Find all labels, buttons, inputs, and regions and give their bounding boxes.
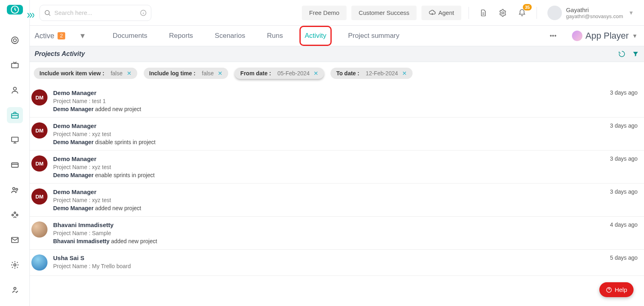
nav-mail-icon[interactable] <box>7 232 23 248</box>
svg-point-19 <box>502 12 504 14</box>
nav-users-icon[interactable] <box>7 182 23 198</box>
row-time: 5 days ago <box>610 254 638 271</box>
notifications-button[interactable]: 35 <box>515 6 529 20</box>
svg-point-12 <box>16 214 18 216</box>
row-time: 3 days ago <box>610 155 638 178</box>
document-icon[interactable] <box>476 6 491 20</box>
row-project: Project Name : test 1 <box>53 98 605 104</box>
nav-target-icon[interactable] <box>7 32 23 48</box>
row-project: Project Name : xyz test <box>53 131 605 137</box>
tab-documents[interactable]: Documents <box>111 29 149 42</box>
settings-icon[interactable] <box>495 6 510 20</box>
tab-runs[interactable]: Runs <box>265 29 285 42</box>
filter-icon[interactable] <box>632 50 639 58</box>
section-bar: Projects Activity <box>30 46 644 62</box>
filter-chip[interactable]: Include log time : false✕ <box>144 68 229 79</box>
chevron-down-icon: ▼ <box>632 33 638 39</box>
filter-chip[interactable]: Include work item view : false✕ <box>34 68 137 79</box>
help-icon <box>606 287 612 293</box>
svg-rect-6 <box>11 137 18 142</box>
tabs: Documents Reports Scenarios Runs Activit… <box>111 29 401 42</box>
svg-rect-5 <box>11 114 18 118</box>
status-filter-dropdown[interactable]: Active 2 ▼ <box>34 32 86 40</box>
svg-point-17 <box>45 10 50 15</box>
svg-point-10 <box>14 212 15 213</box>
svg-rect-7 <box>11 163 18 167</box>
refresh-icon[interactable] <box>618 50 625 58</box>
expand-sidebar-icon[interactable] <box>26 11 35 19</box>
agent-label: Agent <box>438 9 454 16</box>
topbar: Free Demo Customer Success Agent 35 Gaya… <box>30 0 644 26</box>
search-box[interactable] <box>39 5 151 21</box>
sidebar <box>0 0 30 306</box>
tab-project-summary[interactable]: Project summary <box>347 29 401 42</box>
tab-reports[interactable]: Reports <box>167 29 195 42</box>
row-project: Project Name : xyz test <box>53 164 605 170</box>
more-icon[interactable]: ••• <box>548 31 558 41</box>
row-time: 4 days ago <box>610 221 638 244</box>
activity-row[interactable]: DM Demo Manager Project Name : xyz test … <box>30 151 644 184</box>
row-avatar: DM <box>31 122 47 139</box>
activity-row[interactable]: DM Demo Manager Project Name : test 1 De… <box>30 85 644 118</box>
svg-point-15 <box>14 287 16 290</box>
status-filter-label: Active <box>35 32 54 40</box>
row-time: 3 days ago <box>610 122 638 145</box>
nav-tv-icon[interactable] <box>7 57 23 73</box>
row-project: Project Name : xyz test <box>53 197 605 203</box>
app-player-dropdown[interactable]: App Player ▼ <box>572 31 638 41</box>
customer-success-button[interactable]: Customer Success <box>351 6 417 20</box>
row-user-name: Usha Sai S <box>53 254 605 261</box>
free-demo-button[interactable]: Free Demo <box>302 6 347 20</box>
row-time: 3 days ago <box>610 89 638 112</box>
help-button[interactable]: Help <box>599 282 634 297</box>
row-user-name: Demo Manager <box>53 89 605 96</box>
cloud-download-icon <box>429 9 436 17</box>
row-project: Project Name : Sample <box>53 230 605 236</box>
user-email: gayathri@snovasys.com <box>566 13 623 19</box>
row-avatar: DM <box>31 89 47 105</box>
svg-point-2 <box>13 39 16 41</box>
row-user-name: Demo Manager <box>53 188 605 195</box>
tab-activity[interactable]: Activity <box>303 29 328 42</box>
user-menu[interactable]: Gayathri gayathri@snovasys.com ▾ <box>547 6 633 20</box>
filter-chip[interactable]: To date : 12-Feb-2024✕ <box>330 68 412 79</box>
info-icon[interactable] <box>140 9 147 17</box>
activity-row[interactable]: DM Demo Manager Project Name : xyz test … <box>30 184 644 217</box>
chip-remove-icon[interactable]: ✕ <box>314 70 318 76</box>
agent-button[interactable]: Agent <box>421 6 461 20</box>
row-avatar: DM <box>31 155 47 172</box>
notification-badge: 35 <box>523 4 532 10</box>
nav-briefcase-icon[interactable] <box>7 107 23 123</box>
chip-remove-icon[interactable]: ✕ <box>127 70 132 76</box>
user-name: Gayathri <box>566 6 623 13</box>
row-avatar <box>31 221 47 238</box>
row-avatar <box>31 254 47 271</box>
svg-point-1 <box>11 37 18 44</box>
activity-row[interactable]: Usha Sai S Project Name : My Trello boar… <box>30 250 644 276</box>
search-input[interactable] <box>54 9 136 16</box>
row-user-name: Demo Manager <box>53 122 605 129</box>
svg-point-14 <box>14 264 16 266</box>
nav-team-icon[interactable] <box>7 207 23 223</box>
filter-chip[interactable]: From date : 05-Feb-2024✕ <box>235 68 324 79</box>
row-user-name: Bhavani Immadisetty <box>53 221 605 228</box>
svg-point-11 <box>12 214 13 216</box>
search-icon <box>44 9 51 17</box>
row-project: Project Name : My Trello board <box>53 263 605 269</box>
row-avatar: DM <box>31 188 47 205</box>
nav-user-icon[interactable] <box>7 82 23 98</box>
svg-point-8 <box>12 188 15 190</box>
filter-chips: Include work item view : false✕Include l… <box>30 62 644 85</box>
nav-profile-icon[interactable] <box>7 282 23 298</box>
chip-remove-icon[interactable]: ✕ <box>218 70 223 76</box>
app-logo[interactable] <box>7 5 23 14</box>
chevron-down-icon: ▾ <box>630 9 633 17</box>
svg-rect-3 <box>11 63 18 68</box>
nav-card-icon[interactable] <box>7 157 23 173</box>
activity-row[interactable]: Bhavani Immadisetty Project Name : Sampl… <box>30 217 644 250</box>
chip-remove-icon[interactable]: ✕ <box>402 70 407 76</box>
tab-scenarios[interactable]: Scenarios <box>213 29 247 42</box>
nav-monitor-icon[interactable] <box>7 132 23 148</box>
nav-gear-icon[interactable] <box>7 257 23 273</box>
activity-row[interactable]: DM Demo Manager Project Name : xyz test … <box>30 118 644 151</box>
